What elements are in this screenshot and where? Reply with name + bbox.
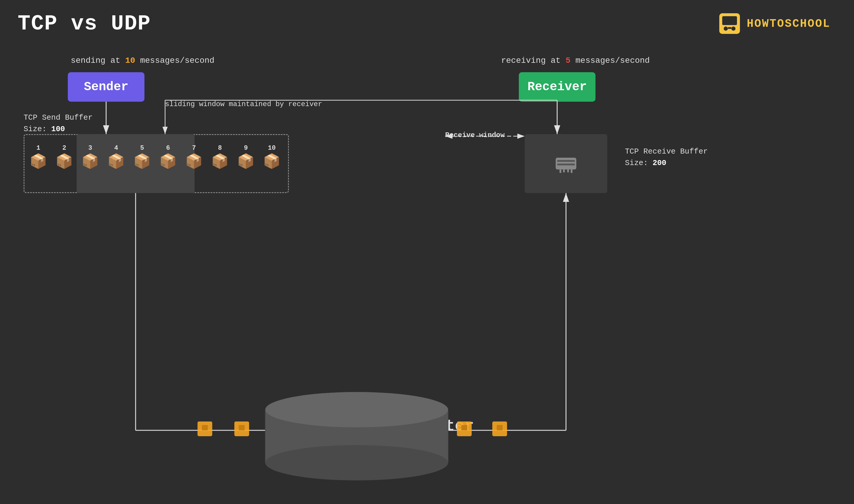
packet-10: 10 📦: [263, 144, 281, 170]
svg-rect-26: [202, 425, 208, 430]
svg-rect-7: [557, 164, 575, 165]
packet-2: 2 📦: [55, 144, 73, 170]
svg-rect-28: [234, 421, 249, 436]
page-title: TCP vs UDP: [18, 12, 151, 36]
svg-rect-8: [559, 169, 561, 173]
logo-icon: [718, 12, 742, 35]
packet-8: 8 📦: [211, 144, 229, 170]
svg-point-39: [265, 445, 448, 481]
send-buffer-label: TCP Send Buffer Size: 100: [23, 112, 92, 135]
packet-5: 5 📦: [133, 144, 151, 170]
sender-label: sending at 10 messages/second: [71, 56, 214, 65]
svg-rect-29: [239, 425, 245, 430]
packet-9: 9 📦: [237, 144, 255, 170]
svg-rect-10: [563, 169, 565, 173]
logo-text: HOWTOSCHOOL: [747, 17, 831, 30]
router-label: Router: [374, 417, 516, 435]
svg-rect-6: [557, 160, 575, 162]
sender-box: Sender: [68, 72, 144, 102]
packet-4: 4 📦: [107, 144, 125, 170]
svg-rect-4: [728, 27, 731, 29]
sliding-window-label: sliding window maintained by receiver: [165, 100, 322, 108]
packet-3: 3 📦: [82, 144, 99, 170]
svg-rect-11: [567, 169, 569, 173]
svg-point-2: [724, 26, 728, 31]
packet-1: 1 📦: [30, 144, 47, 170]
receive-buffer-icon: [554, 152, 578, 175]
svg-rect-9: [571, 169, 572, 173]
svg-point-3: [731, 26, 735, 31]
packet-7: 7 📦: [185, 144, 203, 170]
logo-area: HOWTOSCHOOL: [718, 12, 831, 35]
receive-buffer-label: TCP Receive Buffer Size: 200: [625, 146, 708, 169]
receiver-box: Receiver: [519, 72, 595, 102]
receive-window-label: Receive window: [445, 131, 505, 139]
svg-rect-25: [197, 421, 212, 436]
packets-row: 1 📦 2 📦 3 📦 4 📦 5 📦 6 📦 7 📦 8 📦 9 📦 10 📦: [30, 144, 281, 170]
packet-6: 6 📦: [159, 144, 177, 170]
svg-rect-1: [722, 16, 737, 25]
receive-buffer-box: [525, 134, 607, 193]
receiver-label: receiving at 5 messages/second: [501, 56, 650, 65]
